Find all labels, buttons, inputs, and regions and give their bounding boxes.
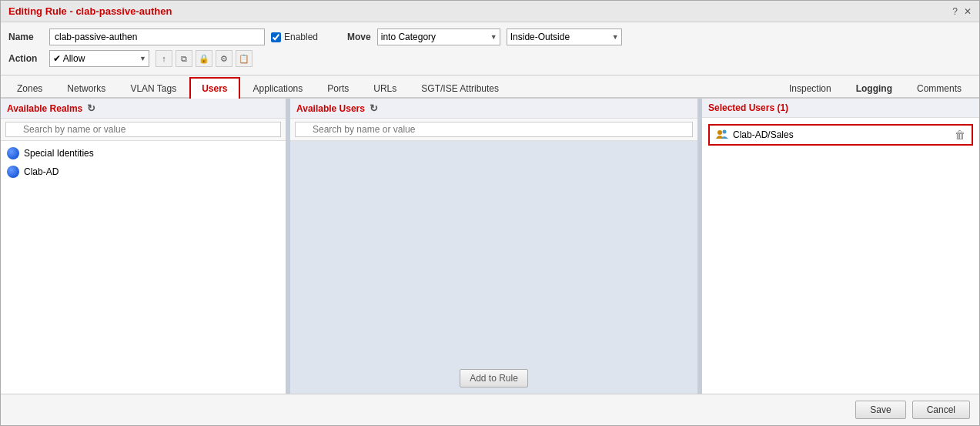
lock-icon[interactable]: 🔒: [196, 50, 212, 67]
save-button[interactable]: Save: [855, 401, 905, 419]
list-item[interactable]: Clab-AD: [1, 163, 286, 181]
available-realms-panel: Available Realms ↻ Special Identities Cl…: [1, 99, 286, 394]
users-list-area: [290, 141, 697, 363]
separator-1: [287, 99, 289, 394]
title-bar-controls: ? ✕: [952, 6, 972, 17]
cancel-button[interactable]: Cancel: [912, 401, 970, 419]
available-users-panel: Available Users ↻ Add to Rule: [290, 99, 697, 394]
help-button[interactable]: ?: [952, 6, 958, 17]
selected-users-header: Selected Users (1): [702, 99, 979, 118]
tab-comments[interactable]: Comments: [905, 78, 973, 99]
available-users-title: Available Users: [296, 103, 365, 114]
available-realms-header: Available Realms ↻: [1, 99, 286, 119]
tab-users[interactable]: Users: [189, 77, 239, 99]
location-select[interactable]: Inside-Outside: [507, 29, 622, 45]
form-area: Name Enabled Move into Category Inside-O…: [1, 22, 979, 75]
enabled-label: Enabled: [271, 32, 318, 42]
move-up-icon[interactable]: ↑: [156, 50, 172, 67]
enabled-text: Enabled: [284, 32, 318, 42]
available-users-header: Available Users ↻: [290, 99, 697, 119]
realms-list: Special Identities Clab-AD: [1, 141, 286, 394]
list-item[interactable]: Special Identities: [1, 144, 286, 163]
users-search-input[interactable]: [295, 122, 693, 137]
available-realms-title: Available Realms: [7, 103, 82, 114]
add-btn-area: Add to Rule: [290, 363, 697, 394]
users-search-wrapper: [295, 122, 693, 137]
location-wrapper: Inside-Outside: [507, 29, 622, 45]
move-label: Move: [347, 32, 371, 42]
name-input[interactable]: [49, 29, 265, 45]
realms-search-wrapper: [5, 122, 281, 137]
tab-zones[interactable]: Zones: [5, 78, 54, 99]
selected-users-panel: Selected Users (1) Clab-AD/Sales 🗑: [702, 99, 979, 394]
action-label: Action: [8, 53, 43, 64]
users-refresh-icon[interactable]: ↻: [370, 102, 378, 114]
name-row: Name Enabled Move into Category Inside-O…: [8, 29, 972, 45]
tab-inspection[interactable]: Inspection: [778, 78, 843, 99]
svg-point-1: [723, 130, 727, 134]
realms-refresh-icon[interactable]: ↻: [87, 102, 95, 114]
title-bar: Editing Rule - clab-passive-authen ? ✕: [1, 1, 979, 22]
tab-networks[interactable]: Networks: [55, 78, 117, 99]
svg-point-0: [717, 130, 722, 135]
separator-2: [699, 99, 701, 394]
tab-logging[interactable]: Logging: [845, 78, 904, 99]
users-search-area: [290, 119, 697, 141]
toolbar-icons: ↑ ⧉ 🔒 ⚙ 📋: [156, 50, 253, 67]
special-identities-label: Special Identities: [24, 148, 94, 159]
selected-user-label: Clab-AD/Sales: [733, 129, 794, 140]
tab-ports[interactable]: Ports: [316, 78, 360, 99]
clab-ad-label: Clab-AD: [24, 166, 59, 177]
tab-urls[interactable]: URLs: [362, 78, 408, 99]
enabled-checkbox[interactable]: [271, 32, 281, 42]
settings-icon[interactable]: ⚙: [216, 50, 232, 67]
copy-icon[interactable]: ⧉: [176, 50, 192, 67]
action-row: Action ✔ Allow ↑ ⧉ 🔒 ⚙ 📋: [8, 50, 972, 67]
panels-row: Available Realms ↻ Special Identities Cl…: [1, 99, 979, 394]
selected-users-list: Clab-AD/Sales 🗑: [702, 118, 979, 394]
action-select-wrapper: ✔ Allow: [49, 50, 149, 67]
selected-user-item[interactable]: Clab-AD/Sales 🗑: [708, 124, 973, 146]
delete-icon[interactable]: 🗑: [955, 129, 965, 141]
into-category-select[interactable]: into Category: [377, 29, 500, 45]
dialog-title: Editing Rule - clab-passive-authen: [8, 5, 172, 17]
close-button[interactable]: ✕: [964, 6, 972, 17]
note-icon[interactable]: 📋: [236, 50, 253, 67]
user-group-icon: [716, 129, 728, 141]
globe-icon: [7, 147, 19, 159]
selected-users-title: Selected Users (1): [708, 102, 788, 113]
tab-sgt-ise[interactable]: SGT/ISE Attributes: [410, 78, 510, 99]
realms-search-area: [1, 119, 286, 141]
footer: Save Cancel: [1, 394, 979, 425]
tab-vlan-tags[interactable]: VLAN Tags: [119, 78, 188, 99]
into-category-wrapper: into Category: [377, 29, 500, 45]
add-to-rule-button[interactable]: Add to Rule: [460, 369, 528, 387]
action-select[interactable]: ✔ Allow: [49, 50, 149, 67]
globe-icon: [7, 166, 19, 178]
realms-search-input[interactable]: [5, 122, 281, 137]
name-label: Name: [8, 32, 43, 42]
tabs-bar: Zones Networks VLAN Tags Users Applicati…: [1, 75, 979, 99]
tab-applications[interactable]: Applications: [242, 78, 315, 99]
